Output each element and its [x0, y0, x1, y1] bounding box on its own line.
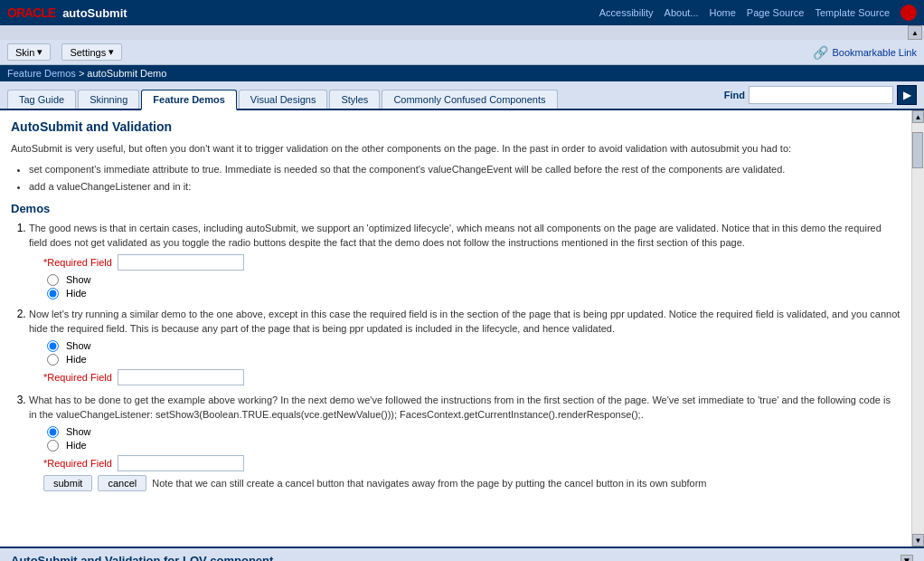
demo3-required-row: *Required Field [43, 455, 900, 471]
demo1-radio-show[interactable] [47, 274, 59, 286]
tab-commonly-confused[interactable]: Commonly Confused Components [382, 90, 557, 109]
demo-item-1: The good news is that in certain cases, … [29, 221, 900, 300]
demo2-required-label: *Required Field [43, 372, 112, 383]
skin-bar-left: Skin ▾ Settings ▾ [7, 43, 122, 61]
skin-label: Skin [15, 47, 34, 58]
top-nav-bar: ORACLE autoSubmit Accessibility About...… [0, 0, 924, 25]
scroll-up-button[interactable]: ▲ [912, 110, 924, 123]
breadcrumb: Feature Demos > autoSubmit Demo [0, 65, 924, 81]
demo-item-2: Now let's try running a similar demo to … [29, 307, 900, 385]
demo1-radio-hide[interactable] [47, 288, 59, 300]
demo3-required-label: *Required Field [43, 458, 112, 469]
demo3-text: What has to be done to get the example a… [29, 393, 900, 423]
skin-bar: Skin ▾ Settings ▾ 🔗 Bookmarkable Link [0, 40, 924, 65]
demo1-required-row: *Required Field [43, 254, 900, 271]
content-area: AutoSubmit and Validation AutoSubmit is … [0, 110, 911, 547]
skin-dropdown-icon: ▾ [37, 46, 42, 58]
template-source-link[interactable]: Template Source [815, 7, 890, 18]
demo2-radio-show-row: Show [47, 340, 900, 352]
demo3-hide-label: Hide [66, 440, 87, 451]
demo1-show-label: Show [66, 274, 91, 285]
bullet-item-2: add a valueChangeListener and in it: [29, 179, 900, 195]
scroll-down-button[interactable]: ▼ [912, 534, 924, 547]
main-section-title: AutoSubmit and Validation [11, 119, 900, 136]
link-icon: 🔗 [813, 45, 828, 60]
about-link[interactable]: About... [665, 7, 699, 18]
find-area: Find ▶ [724, 85, 917, 109]
scroll-thumb[interactable] [912, 132, 923, 168]
scroll-up-button[interactable]: ▲ [908, 25, 922, 40]
demo3-btn-row: submit cancel Note that we can still cre… [43, 475, 900, 491]
demo1-radio-hide-row: Hide [47, 288, 900, 300]
find-button[interactable]: ▶ [897, 85, 917, 105]
bookmarkable-link-label: Bookmarkable Link [832, 47, 917, 58]
demo2-radio-hide-row: Hide [47, 354, 900, 366]
settings-button[interactable]: Settings ▾ [61, 43, 122, 61]
main-content-wrapper: AutoSubmit and Validation AutoSubmit is … [0, 110, 924, 547]
btn-note: Note that we can still create a cancel b… [152, 478, 706, 489]
breadcrumb-separator: > [79, 68, 87, 79]
demo3-show-label: Show [66, 426, 91, 437]
demo2-hide-label: Hide [66, 354, 87, 365]
scroll-indicator: ▲ [0, 25, 924, 40]
expand-button[interactable]: ▼ [900, 555, 913, 562]
demos-list: The good news is that in certain cases, … [29, 221, 900, 491]
demo3-radio-show[interactable] [47, 426, 59, 438]
find-label: Find [724, 90, 745, 100]
demo2-show-label: Show [66, 340, 91, 351]
app-title: autoSubmit [62, 6, 127, 20]
demo3-radio-show-row: Show [47, 426, 900, 438]
tab-bar-left: Tag Guide Skinning Feature Demos Visual … [7, 90, 558, 109]
find-input[interactable] [749, 86, 893, 104]
submit-button[interactable]: submit [43, 475, 92, 491]
oracle-icon [900, 5, 917, 21]
intro-text: AutoSubmit is very useful, but often you… [11, 141, 900, 157]
tab-styles[interactable]: Styles [329, 90, 380, 109]
demo1-radio-show-row: Show [47, 274, 900, 286]
tab-tag-guide[interactable]: Tag Guide [7, 90, 76, 109]
bottom-section-title: AutoSubmit and Validation for LOV compon… [11, 554, 273, 561]
bottom-section: AutoSubmit and Validation for LOV compon… [0, 547, 924, 561]
breadcrumb-feature-demos[interactable]: Feature Demos [7, 68, 76, 79]
accessibility-link[interactable]: Accessibility [599, 7, 654, 18]
bullet-item-1: set component's immediate attribute to t… [29, 162, 900, 177]
demo2-radio-hide[interactable] [47, 354, 59, 366]
breadcrumb-current: autoSubmit Demo [87, 68, 166, 79]
scroll-track [912, 123, 924, 534]
oracle-logo: ORACLE [7, 5, 55, 20]
main-bullet-list: set component's immediate attribute to t… [29, 162, 900, 195]
demo1-text: The good news is that in certain cases, … [29, 221, 900, 251]
tab-skinning[interactable]: Skinning [78, 90, 139, 109]
demo1-required-label: *Required Field [43, 257, 112, 268]
settings-label: Settings [70, 47, 106, 58]
demos-heading: Demos [11, 202, 900, 215]
demo3-radio-hide-row: Hide [47, 440, 900, 452]
demo-item-3: What has to be done to get the example a… [29, 393, 900, 491]
page-source-link[interactable]: Page Source [747, 7, 805, 18]
demo3-radio-hide[interactable] [47, 440, 59, 452]
demo2-required-row: *Required Field [43, 369, 900, 385]
top-nav-left: ORACLE autoSubmit [7, 5, 127, 20]
demo2-radio-show[interactable] [47, 340, 59, 352]
skin-button[interactable]: Skin ▾ [7, 43, 51, 61]
scrollbar: ▲ ▼ [911, 110, 924, 547]
home-link[interactable]: Home [710, 7, 736, 18]
cancel-button[interactable]: cancel [98, 475, 146, 491]
tab-bar: Tag Guide Skinning Feature Demos Visual … [0, 81, 924, 110]
bookmarkable-link[interactable]: 🔗 Bookmarkable Link [813, 45, 917, 60]
top-nav-right: Accessibility About... Home Page Source … [599, 5, 917, 21]
demo2-text: Now let's try running a similar demo to … [29, 307, 900, 337]
settings-dropdown-icon: ▾ [108, 46, 114, 58]
demo2-field-input[interactable] [118, 369, 244, 385]
demo1-hide-label: Hide [66, 288, 87, 299]
tab-feature-demos[interactable]: Feature Demos [141, 90, 236, 110]
demo1-field-input[interactable] [118, 254, 244, 271]
tab-visual-designs[interactable]: Visual Designs [239, 90, 328, 109]
demo3-field-input[interactable] [118, 455, 244, 471]
